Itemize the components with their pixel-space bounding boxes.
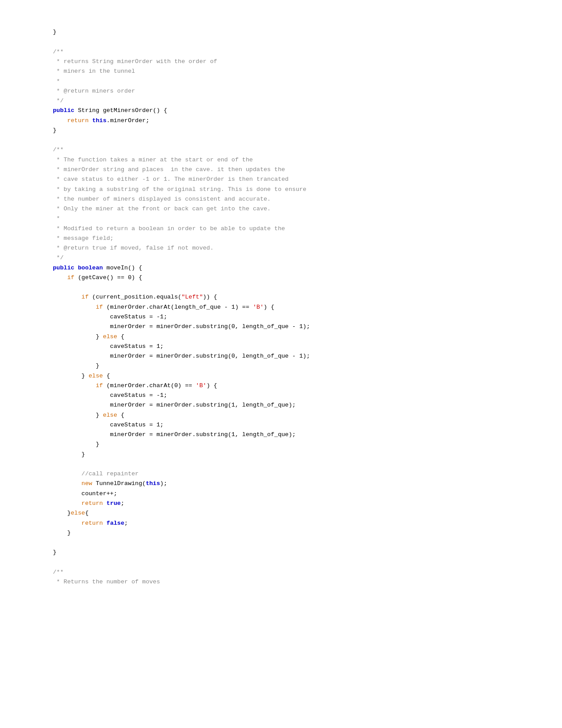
code-content: } /** * returns String minerOrder with t… [53, 18, 562, 597]
code-editor: } /** * returns String minerOrder with t… [0, 0, 562, 728]
